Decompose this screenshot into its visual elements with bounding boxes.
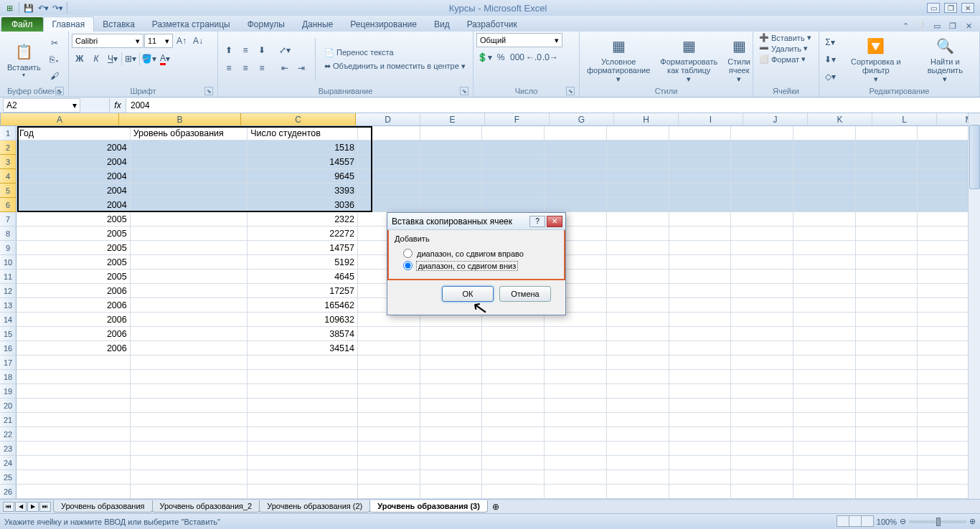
cut-icon[interactable]: ✂ — [47, 35, 62, 51]
cell[interactable] — [607, 485, 669, 499]
cell[interactable] — [131, 427, 248, 442]
cell[interactable] — [731, 399, 793, 413]
cell[interactable] — [669, 241, 732, 255]
row-header[interactable]: 24 — [0, 456, 17, 470]
copy-icon[interactable]: ⎘▾ — [47, 52, 62, 67]
cell[interactable] — [793, 485, 856, 499]
cell[interactable]: 2004 — [17, 140, 131, 155]
cell[interactable] — [545, 427, 607, 442]
sheet-tab[interactable]: Урочвень образования — [53, 500, 153, 513]
cell[interactable] — [669, 270, 732, 284]
sheet-tab[interactable]: Урочвень образования (3) — [369, 500, 488, 513]
cell[interactable] — [131, 184, 248, 198]
cell[interactable] — [856, 442, 918, 456]
cell[interactable] — [856, 270, 918, 284]
cell[interactable] — [669, 140, 732, 155]
cell[interactable] — [545, 485, 607, 499]
cell[interactable] — [358, 485, 420, 499]
row-header[interactable]: 22 — [0, 427, 17, 442]
cell[interactable] — [17, 470, 131, 485]
align-bottom-icon[interactable]: ⬇ — [254, 42, 270, 58]
cell[interactable] — [482, 126, 545, 140]
cell[interactable] — [482, 169, 545, 184]
cell[interactable] — [358, 169, 420, 184]
cell[interactable] — [131, 270, 248, 284]
cell[interactable] — [358, 140, 420, 155]
cell[interactable] — [669, 370, 732, 384]
cell[interactable] — [420, 140, 483, 155]
italic-icon[interactable]: К — [88, 51, 104, 67]
cell[interactable] — [17, 356, 131, 370]
cell[interactable] — [731, 356, 793, 370]
cell[interactable] — [420, 126, 483, 140]
col-header-I[interactable]: I — [679, 113, 743, 125]
indent-left-icon[interactable]: ⇤ — [277, 60, 293, 76]
cell[interactable] — [358, 384, 420, 399]
cell[interactable] — [545, 384, 607, 399]
cell[interactable] — [607, 126, 669, 140]
cell[interactable]: 109632 — [248, 313, 358, 327]
cell[interactable] — [545, 198, 607, 212]
cell[interactable] — [856, 341, 918, 356]
cell[interactable] — [482, 327, 545, 341]
cell[interactable] — [131, 470, 248, 485]
cell[interactable] — [731, 327, 793, 341]
launcher-icon[interactable]: ⬊ — [460, 87, 468, 95]
tab-page-layout[interactable]: Разметка страницы — [143, 17, 239, 32]
dialog-titlebar[interactable]: Вставка скопированных ячеек ? ✕ — [387, 213, 565, 230]
cell[interactable] — [731, 270, 793, 284]
launcher-icon[interactable]: ⬊ — [204, 87, 213, 95]
row-header[interactable]: 23 — [0, 442, 17, 456]
cell[interactable]: 2322 — [248, 212, 358, 227]
cell[interactable] — [669, 456, 732, 470]
launcher-icon[interactable]: ⬊ — [566, 87, 575, 95]
new-sheet-icon[interactable]: ⊕ — [488, 502, 504, 512]
cell[interactable] — [420, 442, 483, 456]
percent-icon[interactable]: % — [493, 49, 509, 65]
cell[interactable] — [358, 427, 420, 442]
cell[interactable]: 1518 — [248, 140, 358, 155]
cell[interactable] — [856, 298, 918, 313]
cell[interactable] — [545, 140, 607, 155]
sheet-tab[interactable]: Урочвень образования (2) — [259, 500, 370, 513]
fx-button[interactable]: fx — [109, 98, 126, 113]
tab-review[interactable]: Рецензирование — [341, 17, 425, 32]
cell[interactable] — [793, 255, 856, 270]
cell[interactable] — [607, 241, 669, 255]
col-header-B[interactable]: B — [119, 113, 241, 125]
cell[interactable] — [248, 427, 358, 442]
cell[interactable] — [793, 327, 856, 341]
cell[interactable] — [856, 198, 918, 212]
dialog-help-icon[interactable]: ? — [529, 216, 545, 227]
cell[interactable]: 2004 — [17, 169, 131, 184]
row-header[interactable]: 15 — [0, 327, 17, 341]
cell[interactable] — [856, 284, 918, 298]
cell-styles-button[interactable]: ▦Стили ячеек▾ — [723, 33, 755, 85]
sheet-first-icon[interactable]: ⏮ — [3, 502, 14, 512]
cell[interactable] — [731, 198, 793, 212]
cell[interactable] — [607, 270, 669, 284]
cell[interactable]: 2006 — [17, 298, 131, 313]
col-header-H[interactable]: H — [614, 113, 679, 125]
radio-shift-down-input[interactable] — [403, 261, 413, 270]
row-header[interactable]: 12 — [0, 284, 17, 298]
indent-right-icon[interactable]: ⇥ — [293, 60, 309, 76]
cell[interactable] — [731, 212, 793, 227]
cell[interactable] — [545, 399, 607, 413]
cell[interactable] — [482, 198, 545, 212]
cell[interactable] — [607, 341, 669, 356]
cell[interactable]: 2005 — [17, 241, 131, 255]
cell[interactable] — [731, 155, 793, 169]
save-icon[interactable]: 💾 — [22, 1, 35, 14]
cell[interactable] — [793, 356, 856, 370]
cell[interactable] — [856, 212, 918, 227]
cell[interactable]: 3393 — [248, 184, 358, 198]
cell[interactable] — [545, 370, 607, 384]
cell[interactable] — [731, 456, 793, 470]
cell[interactable] — [358, 399, 420, 413]
cell[interactable] — [793, 184, 856, 198]
cell[interactable] — [17, 485, 131, 499]
cell[interactable] — [131, 313, 248, 327]
row-header[interactable]: 8 — [0, 227, 17, 241]
zoom-slider[interactable] — [909, 520, 966, 523]
